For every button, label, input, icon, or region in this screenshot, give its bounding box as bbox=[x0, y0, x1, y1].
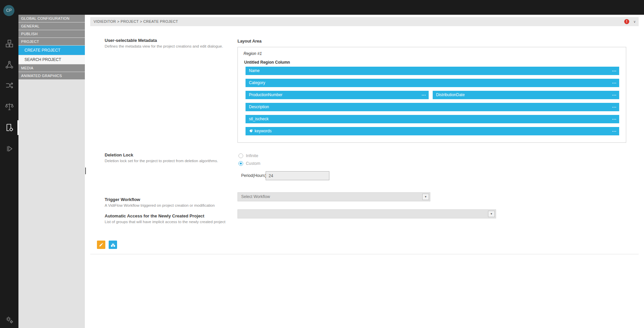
cp-logo[interactable]: CP bbox=[3, 5, 14, 16]
error-icon[interactable]: ! bbox=[624, 19, 629, 24]
sidebar-item-media[interactable]: MEDIA bbox=[18, 64, 85, 72]
sidebar-item-create-project[interactable]: CREATE PROJECT bbox=[18, 46, 85, 55]
metadata-field-category[interactable]: Category ... bbox=[246, 79, 619, 87]
access-groups-dropdown[interactable]: ▼ bbox=[237, 209, 496, 218]
field-label: Category bbox=[249, 80, 265, 85]
field-label: keywords bbox=[255, 129, 272, 133]
tag-icon bbox=[249, 128, 253, 136]
layout-area-label: Layout Area bbox=[237, 39, 262, 44]
region-title: Region #1 bbox=[244, 51, 262, 56]
field-label: ProductionNumber bbox=[249, 92, 282, 97]
deletion-lock-title: Deletion Lock bbox=[105, 152, 133, 157]
metadata-section-title: User-selectable Metadata bbox=[105, 38, 157, 43]
sidebar-item-global-configuration[interactable]: GLOBAL CONFIGURATION bbox=[18, 15, 85, 22]
field-menu-handle[interactable]: ... bbox=[612, 102, 616, 111]
sidebar-item-general[interactable]: GENERAL bbox=[18, 22, 85, 30]
radio-custom-label: Custom bbox=[246, 161, 260, 166]
field-label: Name bbox=[249, 68, 260, 73]
field-label: stl_ischeck bbox=[249, 117, 269, 121]
metadata-field-production-number[interactable]: ProductionNumber ... bbox=[246, 91, 429, 99]
sidebar-item-publish[interactable]: PUBLISH bbox=[18, 30, 85, 38]
region-column-title: Untitled Region Column bbox=[244, 60, 290, 65]
radio-infinite-label: Infinite bbox=[246, 153, 258, 158]
field-menu-handle[interactable]: ... bbox=[612, 90, 616, 99]
rail-modules-icon[interactable] bbox=[0, 36, 18, 52]
config-sidebar: GLOBAL CONFIGURATION GENERAL PUBLISH PRO… bbox=[18, 15, 85, 328]
field-menu-handle[interactable]: ... bbox=[612, 126, 616, 135]
deletion-lock-description: Deletion lock set for the project to pro… bbox=[105, 159, 218, 163]
edit-button[interactable] bbox=[97, 241, 105, 249]
field-menu-handle[interactable]: ... bbox=[612, 78, 616, 86]
rail-project-config-icon[interactable] bbox=[0, 120, 18, 136]
metadata-section-description: Defines the metadata view for the projec… bbox=[105, 44, 223, 48]
sidebar-item-project[interactable]: PROJECT bbox=[18, 38, 85, 45]
sidebar-item-search-project[interactable]: SEARCH PROJECT bbox=[18, 55, 85, 64]
field-label: Description bbox=[249, 105, 269, 109]
dropdown-arrow-icon[interactable]: ▼ bbox=[422, 194, 429, 200]
metadata-field-description[interactable]: Description ... bbox=[246, 103, 619, 111]
automatic-access-title: Automatic Access for the Newly Created P… bbox=[105, 213, 204, 218]
metadata-field-keywords[interactable]: keywords ... bbox=[246, 127, 619, 135]
sidebar-item-animated-graphics[interactable]: ANIMATED GRAPHICS bbox=[18, 72, 85, 79]
topbar bbox=[0, 0, 644, 15]
breadcrumb: VIDIEDITOR > PROJECT > CREATE PROJECT ! … bbox=[90, 17, 639, 26]
radio-infinite[interactable] bbox=[238, 153, 243, 158]
panel-bottom-divider bbox=[90, 254, 639, 254]
rail-scales-icon[interactable] bbox=[0, 99, 18, 115]
automatic-access-description: List of groups that will have implicit a… bbox=[105, 220, 225, 224]
chevron-down-icon[interactable]: ∨ bbox=[633, 17, 636, 26]
breadcrumb-text: VIDIEDITOR > PROJECT > CREATE PROJECT bbox=[94, 19, 178, 23]
rail-gears-icon[interactable] bbox=[0, 312, 18, 328]
pencil-icon bbox=[99, 242, 104, 247]
panel-resize-handle[interactable] bbox=[85, 168, 86, 174]
metadata-field-stl-ischeck[interactable]: stl_ischeck ... bbox=[246, 115, 619, 123]
main-content: VIDIEDITOR > PROJECT > CREATE PROJECT ! … bbox=[85, 15, 644, 328]
field-menu-handle[interactable]: ... bbox=[612, 66, 616, 74]
metadata-field-distribution-date[interactable]: DistributionDate ... bbox=[433, 91, 619, 99]
rail-player-icon[interactable] bbox=[0, 141, 18, 157]
deletion-lock-option-custom: Custom bbox=[238, 161, 260, 166]
field-menu-handle[interactable]: ... bbox=[422, 90, 426, 99]
workflow-dropdown-value: Select Workflow bbox=[238, 193, 430, 201]
app-root: CP PROD INT TRANS DEV Hi, admin ! Sign O… bbox=[0, 0, 644, 328]
find-button[interactable] bbox=[109, 241, 117, 249]
dropdown-arrow-icon[interactable]: ▼ bbox=[488, 211, 495, 217]
rail-workflow-icon[interactable] bbox=[0, 77, 18, 93]
radio-custom[interactable] bbox=[238, 161, 243, 166]
binoculars-icon bbox=[110, 242, 116, 248]
metadata-field-name[interactable]: Name ... bbox=[246, 67, 619, 75]
field-label: DistributionDate bbox=[436, 92, 465, 97]
rail-network-icon[interactable] bbox=[0, 57, 18, 73]
period-hours-input[interactable] bbox=[266, 171, 329, 180]
workflow-dropdown[interactable]: Select Workflow ▼ bbox=[237, 192, 430, 201]
field-menu-handle[interactable]: ... bbox=[612, 114, 616, 123]
period-hours-label: Period(Hours) bbox=[241, 173, 266, 178]
deletion-lock-option-infinite: Infinite bbox=[238, 153, 258, 158]
trigger-workflow-title: Trigger Workflow bbox=[105, 197, 140, 202]
trigger-workflow-description: A VidiFlow Workflow triggered on project… bbox=[105, 203, 215, 207]
layout-area: Region #1 Untitled Region Column Name ..… bbox=[237, 47, 626, 143]
icon-rail bbox=[0, 15, 18, 328]
